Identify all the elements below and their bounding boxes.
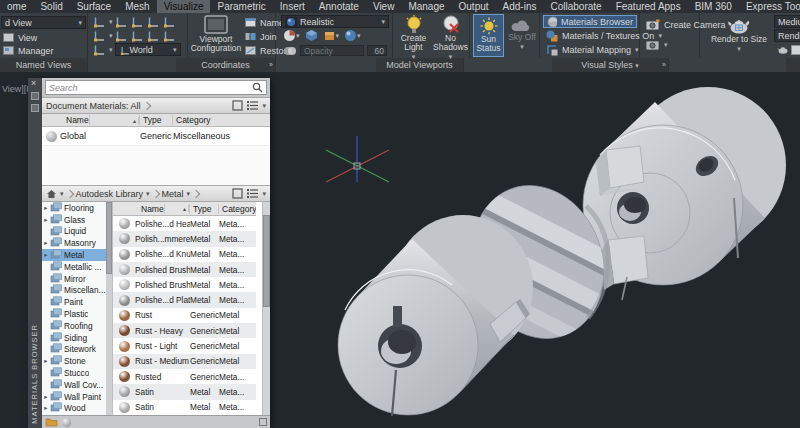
tree-item-stone[interactable]: ▸ Stone — [42, 355, 112, 367]
tab-annotate[interactable]: Annotate — [312, 0, 366, 13]
ucs-icon-button[interactable] — [93, 15, 107, 28]
list-view-icon[interactable] — [246, 188, 259, 199]
ucs-object-button[interactable] — [163, 15, 177, 28]
tab-solid[interactable]: Solid — [33, 0, 69, 13]
tree-item-miscellan-[interactable]: Miscellan... — [42, 285, 112, 297]
new-view-button[interactable]: View — [0, 31, 40, 44]
column-name[interactable]: Name ▴ — [135, 204, 190, 214]
tab-insert[interactable]: Insert — [273, 0, 312, 13]
expand-arrow-icon[interactable]: ▸ — [42, 393, 50, 401]
ucs-x-button[interactable] — [115, 29, 129, 42]
tree-item-paint[interactable]: Paint — [42, 296, 112, 308]
ucs-face-button[interactable] — [147, 15, 161, 28]
tree-item-glass[interactable]: ▸ Glass — [42, 214, 112, 226]
material-row-global[interactable]: Global Generic Miscellaneous — [42, 127, 270, 146]
material-row-polished-brushed[interactable]: Polished Brushed Metal Meta... — [113, 262, 256, 277]
open-library-icon[interactable] — [45, 417, 58, 427]
tab-manage[interactable]: Manage — [401, 0, 451, 13]
material-row-polished-brushed[interactable]: Polished Brushed Metal Meta... — [113, 277, 256, 292]
shadow-mode-button[interactable] — [305, 29, 318, 42]
tree-item-masonry[interactable]: ▸ Masonry — [42, 237, 112, 249]
face-style-button[interactable]: ▾ — [283, 29, 300, 42]
render-to-size-button[interactable]: Render to Size ▾ — [708, 15, 770, 53]
ucs-z-button[interactable] — [147, 29, 161, 42]
tree-item-flooring[interactable]: ▸ Flooring — [42, 202, 112, 214]
material-row-polishe-d-heavy[interactable]: Polishe...d Heavy Metal Meta... — [113, 216, 256, 231]
column-type[interactable]: Type — [190, 204, 219, 214]
material-row-rust[interactable]: Rust Generic Metal — [113, 308, 256, 323]
tree-item-mirror[interactable]: Mirror — [42, 273, 112, 285]
material-row-rust-light[interactable]: Rust - Light Generic Metal — [113, 338, 256, 353]
tree-item-roofing[interactable]: Roofing — [42, 320, 112, 332]
join-viewports-button[interactable]: Join — [242, 30, 280, 43]
column-type[interactable]: Type — [140, 115, 173, 125]
material-row-rust-medium[interactable]: Rust - Medium Generic Metal — [113, 354, 256, 369]
tab-parametric[interactable]: Parametric — [210, 0, 272, 13]
tree-scrollbar[interactable] — [106, 202, 112, 415]
expand-arrow-icon[interactable]: ▸ — [42, 216, 50, 224]
close-icon[interactable]: × — [31, 78, 36, 89]
tree-item-metal[interactable]: ▸ Metal — [42, 249, 112, 261]
tab-add-ins[interactable]: Add-ins — [496, 0, 544, 13]
resize-grip-icon[interactable] — [259, 418, 267, 426]
column-name[interactable]: Name ▴ — [60, 115, 140, 125]
expand-arrow-icon[interactable]: ▸ — [42, 357, 50, 365]
render-quality-dropdown[interactable]: Medium ▾ — [774, 15, 800, 28]
tab-collaborate[interactable]: Collaborate — [543, 0, 608, 13]
table-scrollbar[interactable] — [262, 202, 270, 415]
materials-browser-button[interactable]: Materials Browser — [543, 15, 637, 28]
create-light-button[interactable]: Create Light ▾ — [396, 15, 431, 61]
display-options-icon[interactable] — [232, 188, 243, 199]
tab-visualize[interactable]: Visualize — [157, 0, 211, 13]
tab-view[interactable]: View — [366, 0, 402, 13]
expand-arrow-icon[interactable]: ▸ — [42, 251, 50, 259]
column-category[interactable]: Category — [219, 204, 256, 214]
tree-item-stucco[interactable]: Stucco — [42, 367, 112, 379]
tree-item-plastic[interactable]: Plastic — [42, 308, 112, 320]
expand-arrow-icon[interactable]: ▸ — [42, 239, 50, 247]
xray-toggle-icon[interactable] — [283, 46, 297, 56]
ucs-world-button[interactable] — [93, 43, 107, 56]
tab-express-tools[interactable]: Express Tools — [739, 0, 800, 13]
ucs-y-button[interactable] — [131, 29, 145, 42]
ucs-origin-button[interactable] — [93, 29, 107, 42]
tree-item-wall-cov-[interactable]: Wall Cov... — [42, 379, 112, 391]
search-box[interactable] — [45, 80, 267, 95]
material-row-polishe-d-knurl[interactable]: Polishe...d Knurl Metal Meta... — [113, 247, 256, 262]
tab-bim-360[interactable]: BIM 360 — [688, 0, 739, 13]
create-material-icon[interactable] — [62, 418, 71, 427]
auto-hide-icon[interactable] — [31, 92, 39, 100]
render-in-window-dropdown[interactable]: Render ▾ — [774, 29, 800, 42]
material-row-rusted[interactable]: Rusted Generic Meta... — [113, 369, 256, 384]
tree-item-metallic-[interactable]: Metallic ... — [42, 261, 112, 273]
display-options-icon[interactable] — [232, 100, 243, 111]
list-view-icon[interactable] — [246, 100, 259, 111]
expand-arrow-icon[interactable]: ▸ — [42, 404, 50, 412]
material-row-rust-heavy[interactable]: Rust - Heavy Generic Metal — [113, 323, 256, 338]
document-materials-breadcrumb[interactable]: Document Materials: All — [46, 101, 141, 111]
panel-expand-icon[interactable]: » — [662, 58, 666, 72]
home-icon[interactable] — [46, 189, 57, 199]
material-row-satin[interactable]: Satin Metal Meta... — [113, 384, 256, 399]
opacity-value[interactable]: 60 — [367, 45, 387, 56]
column-category[interactable]: Category — [173, 115, 270, 125]
visual-style-dropdown[interactable]: Realistic ▾ — [281, 15, 389, 28]
ucs-previous-button[interactable] — [131, 15, 145, 28]
tab-output[interactable]: Output — [452, 0, 496, 13]
camera-display-button[interactable]: ▾ — [643, 38, 671, 51]
texture-mode-button[interactable]: ▾ — [323, 29, 340, 42]
named-view-dropdown[interactable]: d View ▾ — [1, 16, 86, 29]
sun-status-button[interactable]: Sun Status — [473, 14, 504, 57]
tree-item-wood[interactable]: ▸ Wood — [42, 403, 112, 415]
panel-flyout-icon[interactable]: ▾ — [635, 62, 639, 69]
tab-surface[interactable]: Surface — [70, 0, 118, 13]
panel-expand-icon[interactable]: » — [269, 58, 273, 72]
tree-item-sitework[interactable]: Sitework — [42, 344, 112, 356]
library-category-breadcrumb[interactable]: Metal — [162, 189, 184, 199]
teapot-mini-icon[interactable] — [777, 45, 789, 54]
tab-ome[interactable]: ome — [0, 0, 33, 13]
material-globe-button[interactable]: ▾ — [344, 29, 361, 42]
sky-off-button[interactable]: Sky Off ▾ — [506, 15, 538, 51]
ucs-named-button[interactable] — [115, 15, 129, 28]
properties-icon[interactable] — [31, 104, 39, 112]
